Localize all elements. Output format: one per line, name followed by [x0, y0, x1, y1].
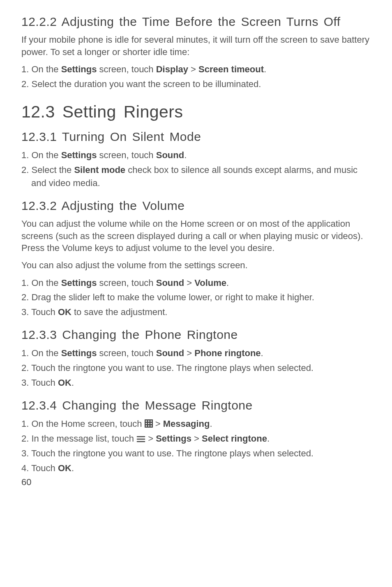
text: >	[188, 64, 198, 74]
text: 1. On the	[21, 278, 61, 288]
paragraph: You can also adjust the volume from the …	[21, 259, 371, 272]
text: screen, touch	[97, 348, 156, 358]
ordered-steps: 1. On the Settings screen, touch Sound. …	[21, 149, 371, 190]
ordered-steps: 1. On the Settings screen, touch Sound >…	[21, 347, 371, 389]
ui-term: Select ringtone	[202, 433, 267, 444]
ui-term: Volume	[194, 278, 226, 288]
ui-term: Sound	[156, 150, 184, 160]
document-page: { "colors": { "heading": "#444444", "bod…	[0, 0, 392, 587]
svg-rect-2	[148, 420, 149, 421]
text: to save the adjustment.	[71, 307, 168, 317]
list-item: 1. On the Home screen, touch > Messaging…	[21, 417, 371, 430]
ui-term: Screen timeout	[198, 64, 264, 74]
heading-12-2-2: 12.2.2 Adjusting the Time Before the Scr…	[21, 15, 371, 29]
ui-term: Settings	[61, 150, 97, 160]
text: .	[184, 150, 187, 160]
list-item: 3. Touch the ringtone you want to use. T…	[21, 447, 371, 460]
text: .	[71, 378, 74, 388]
text: 1. On the Home screen, touch	[21, 419, 145, 429]
page-number: 60	[21, 477, 371, 488]
list-item: 2. Select the duration you want the scre…	[21, 78, 371, 91]
svg-rect-9	[150, 425, 152, 426]
list-item: 1. On the Settings screen, touch Sound.	[21, 149, 371, 162]
list-item: 4. Touch OK.	[21, 462, 371, 475]
ui-term: Settings	[61, 348, 97, 358]
text: >	[191, 433, 202, 444]
list-item: 2. Select the Silent mode check box to s…	[21, 163, 371, 190]
ordered-steps: 1. On the Settings screen, touch Sound >…	[21, 276, 371, 319]
text: 4. Touch	[21, 463, 58, 473]
text: 2. Select the	[21, 165, 74, 175]
ui-term: Phone ringtone	[194, 348, 261, 358]
heading-12-3-1: 12.3.1 Turning On Silent Mode	[21, 130, 371, 144]
ui-term: OK	[58, 378, 71, 388]
ui-term: Settings	[61, 64, 97, 74]
apps-grid-icon	[145, 419, 153, 429]
paragraph: You can adjust the volume while on the H…	[21, 218, 371, 254]
paragraph: If your mobile phone is idle for several…	[21, 34, 371, 58]
text: .	[261, 348, 263, 358]
text: >	[184, 278, 194, 288]
ui-term: Settings	[156, 433, 191, 444]
list-item: 2. Drag the slider left to make the volu…	[21, 291, 371, 304]
ui-term: Silent mode	[74, 165, 125, 175]
text: 1. On the	[21, 348, 61, 358]
list-item: 1. On the Settings screen, touch Sound >…	[21, 276, 371, 290]
ui-term: Sound	[156, 348, 184, 358]
svg-rect-3	[150, 420, 152, 421]
text: >	[145, 433, 156, 444]
heading-12-3: 12.3 Setting Ringers	[21, 102, 371, 122]
list-item: 1. On the Settings screen, touch Sound >…	[21, 347, 371, 360]
svg-rect-5	[148, 423, 149, 424]
list-item: 2. In the message list, touch > Settings…	[21, 432, 371, 445]
ui-term: OK	[58, 463, 71, 473]
ui-term: OK	[58, 307, 71, 317]
text: .	[210, 419, 212, 429]
ui-term: Messaging	[163, 419, 210, 429]
heading-12-3-3: 12.3.3 Changing the Phone Ringtone	[21, 328, 371, 342]
svg-rect-1	[145, 420, 147, 421]
list-item: 1. On the Settings screen, touch Display…	[21, 63, 371, 76]
list-item: 2. Touch the ringtone you want to use. T…	[21, 361, 371, 375]
ui-term: Settings	[61, 278, 97, 288]
text: screen, touch	[97, 278, 156, 288]
ui-term: Sound	[156, 278, 184, 288]
svg-rect-8	[148, 425, 149, 426]
heading-12-3-2: 12.3.2 Adjusting the Volume	[21, 199, 371, 213]
text: 1. On the	[21, 64, 61, 74]
svg-rect-7	[145, 425, 147, 426]
text: >	[153, 419, 163, 429]
ui-term: Display	[156, 64, 188, 74]
text: .	[267, 433, 270, 444]
list-item: 3. Touch OK to save the adjustment.	[21, 306, 371, 319]
text: screen, touch	[97, 64, 156, 74]
text: .	[71, 463, 74, 473]
text: 3. Touch	[21, 378, 58, 388]
ordered-steps: 1. On the Settings screen, touch Display…	[21, 63, 371, 91]
heading-12-3-4: 12.3.4 Changing the Message Ringtone	[21, 398, 371, 412]
text: 3. Touch	[21, 307, 58, 317]
svg-rect-6	[150, 423, 152, 424]
text: screen, touch	[97, 150, 156, 160]
text: >	[184, 348, 194, 358]
list-item: 3. Touch OK.	[21, 376, 371, 389]
text: 2. In the message list, touch	[21, 433, 136, 444]
text: .	[264, 64, 266, 74]
text: .	[226, 278, 229, 288]
menu-icon	[136, 433, 145, 444]
text: 1. On the	[21, 150, 61, 160]
svg-rect-4	[145, 423, 147, 424]
ordered-steps: 1. On the Home screen, touch > Messaging…	[21, 417, 371, 475]
